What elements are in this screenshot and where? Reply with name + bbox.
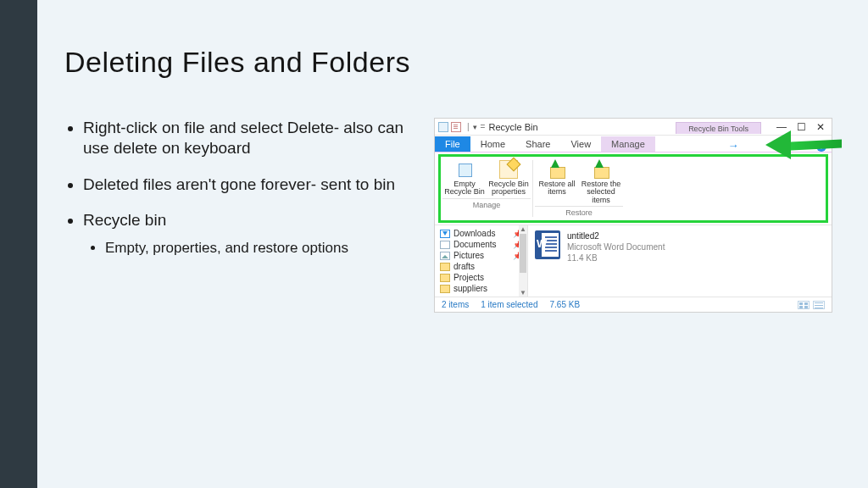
ribbon-group-manage: Empty Recycle Bin Recycle Bin properties… — [442, 160, 531, 217]
bullet-text: Recycle bin — [83, 211, 166, 229]
tab-manage[interactable]: Manage — [601, 136, 655, 152]
nav-item-drafts[interactable]: drafts — [440, 261, 527, 272]
documents-icon — [440, 241, 450, 249]
recycle-bin-icon — [455, 160, 474, 179]
view-grid-button[interactable] — [798, 301, 810, 309]
view-list-button[interactable] — [813, 301, 825, 309]
nav-item-downloads[interactable]: Downloads📌 — [440, 228, 527, 239]
recycle-bin-icon — [438, 122, 448, 132]
ribbon-group-label: Restore — [535, 206, 623, 217]
bullet-list: Right-click on file and select Delete- a… — [64, 118, 417, 313]
ribbon-group-label: Manage — [442, 198, 531, 209]
button-label: Recycle Bin properties — [487, 180, 531, 197]
word-document-icon — [535, 230, 560, 259]
nav-forward-icon[interactable]: → — [727, 139, 738, 152]
folder-icon — [440, 285, 450, 293]
tab-home[interactable]: Home — [470, 136, 515, 152]
separator: = — [481, 122, 486, 131]
status-selection: 1 item selected — [481, 300, 537, 309]
scroll-up-icon[interactable]: ▲ — [519, 225, 527, 233]
tab-view[interactable]: View — [560, 136, 601, 152]
nav-label: Documents — [453, 240, 497, 249]
scroll-thumb[interactable] — [520, 234, 526, 273]
status-bar: 2 items 1 item selected 7.65 KB — [435, 297, 832, 312]
restore-icon — [592, 160, 610, 179]
folder-icon — [440, 263, 450, 271]
file-item[interactable]: untitled2 Microsoft Word Document 11.4 K… — [535, 230, 825, 263]
nav-label: Projects — [453, 273, 484, 282]
pictures-icon — [440, 252, 450, 260]
maximize-button[interactable]: ☐ — [797, 121, 806, 133]
nav-label: suppliers — [453, 284, 487, 293]
nav-label: Pictures — [453, 251, 484, 260]
nav-item-projects[interactable]: Projects — [440, 272, 527, 283]
bullet-item: Right-click on file and select Delete- a… — [83, 118, 417, 159]
button-label: Restore all items — [535, 180, 579, 197]
bullet-item: Deleted files aren't gone forever- sent … — [83, 175, 417, 195]
properties-icon — [499, 160, 518, 179]
tab-file[interactable]: File — [435, 136, 470, 152]
tab-share[interactable]: Share — [515, 136, 560, 152]
ribbon-tabs: File Home Share View Manage → ? — [435, 136, 832, 152]
nav-scrollbar[interactable]: ▲ ▼ — [519, 225, 527, 297]
window-title: Recycle Bin — [488, 122, 537, 132]
help-icon[interactable]: ? — [816, 141, 826, 152]
folder-icon — [440, 274, 450, 282]
slide-content: Deleting Files and Folders Right-click o… — [37, 0, 868, 488]
restore-all-button[interactable]: Restore all items — [535, 160, 579, 204]
sub-bullet-item: Empty, properties, and restore options — [105, 239, 417, 258]
nav-label: drafts — [453, 262, 475, 271]
file-type: Microsoft Word Document — [567, 241, 665, 252]
minimize-button[interactable]: — — [776, 121, 787, 133]
slide-accent-bar — [0, 0, 37, 488]
restore-selected-button[interactable]: Restore the selected items — [579, 160, 623, 204]
empty-recycle-bin-button[interactable]: Empty Recycle Bin — [442, 160, 487, 197]
button-label: Restore the selected items — [579, 180, 623, 204]
button-label: Empty Recycle Bin — [442, 180, 487, 197]
separator: | — [467, 122, 470, 131]
navigation-pane: Downloads📌 Documents📌 Pictures📌 drafts P… — [435, 225, 528, 297]
nav-item-suppliers[interactable]: suppliers — [440, 283, 527, 294]
file-list-pane[interactable]: untitled2 Microsoft Word Document 11.4 K… — [528, 225, 832, 297]
ribbon-divider — [532, 160, 533, 217]
recycle-bin-properties-button[interactable]: Recycle Bin properties — [487, 160, 531, 197]
file-size: 11.4 KB — [567, 252, 665, 263]
slide-title: Deleting Files and Folders — [64, 46, 843, 79]
context-tab-label: Recycle Bin Tools — [676, 122, 761, 134]
explorer-window: | ▾ = Recycle Bin Recycle Bin Tools — ☐ … — [434, 118, 832, 313]
status-size: 7.65 KB — [550, 300, 581, 309]
nav-item-pictures[interactable]: Pictures📌 — [440, 250, 527, 261]
file-info: untitled2 Microsoft Word Document 11.4 K… — [567, 230, 665, 263]
downloads-icon — [440, 230, 450, 238]
restore-icon — [548, 160, 566, 179]
bullet-item: Recycle bin Empty, properties, and resto… — [83, 210, 417, 258]
slide: Deleting Files and Folders Right-click o… — [0, 0, 868, 488]
window-titlebar: | ▾ = Recycle Bin Recycle Bin Tools — ☐ … — [435, 119, 832, 136]
ribbon-highlight: Empty Recycle Bin Recycle Bin properties… — [438, 154, 828, 223]
nav-item-documents[interactable]: Documents📌 — [440, 239, 527, 250]
qat-dropdown-icon[interactable]: ▾ — [473, 123, 477, 131]
scroll-down-icon[interactable]: ▼ — [519, 289, 527, 297]
status-item-count: 2 items — [442, 300, 469, 309]
quick-access-icon[interactable] — [451, 122, 461, 132]
file-name: untitled2 — [567, 230, 665, 241]
ribbon-group-restore: Restore all items Restore the selected i… — [535, 160, 623, 217]
nav-label: Downloads — [453, 229, 495, 238]
close-button[interactable]: ✕ — [816, 121, 825, 133]
